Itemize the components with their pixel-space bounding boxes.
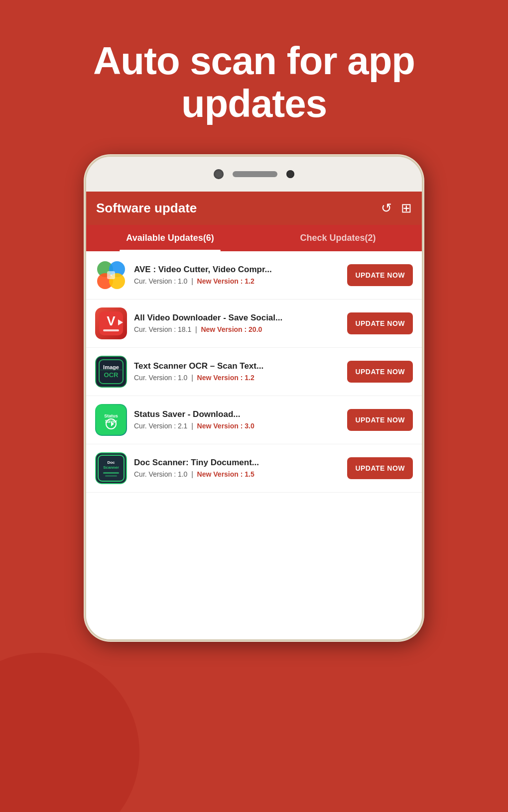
ocr-icon-inner: Image OCR [95, 356, 127, 388]
list-item: Doc Scanner Doc Scanner: Tiny Document..… [86, 444, 422, 493]
phone-mockup: Software update ↺ ⊞ Available Updates(6)… [0, 155, 508, 641]
list-item: Status Saver Status Saver - Download... … [86, 396, 422, 444]
svg-text:V: V [107, 313, 116, 328]
svg-rect-8 [103, 329, 119, 331]
header-icons: ↺ ⊞ [381, 201, 412, 216]
app-version: Cur. Version : 1.0 | New Version : 1.5 [134, 470, 340, 478]
app-icon-ave [95, 259, 127, 291]
svg-text:Status: Status [104, 413, 118, 418]
hero-title: Auto scan for app updates [30, 40, 478, 125]
ss-icon-inner: Status Saver [95, 404, 127, 436]
svg-text:Image: Image [103, 364, 119, 370]
list-item: Image OCR Text Scanner OCR – Scan Text..… [86, 348, 422, 396]
update-now-button[interactable]: UPDATE NOW [347, 312, 413, 334]
app-icon-vd: V [95, 307, 127, 339]
app-name: Doc Scanner: Tiny Document... [134, 458, 340, 468]
app-info-doc: Doc Scanner: Tiny Document... Cur. Versi… [134, 458, 340, 478]
app-info-ave: AVE : Video Cutter, Video Compr... Cur. … [134, 265, 340, 285]
list-item: AVE : Video Cutter, Video Compr... Cur. … [86, 251, 422, 300]
phone-top-bar [86, 157, 422, 192]
svg-rect-25 [105, 475, 117, 477]
app-info-ss: Status Saver - Download... Cur. Version … [134, 409, 340, 430]
proximity-sensor [286, 170, 294, 178]
background-decoration [0, 653, 139, 812]
app-name: AVE : Video Cutter, Video Compr... [134, 265, 340, 275]
app-info-vd: All Video Downloader - Save Social... Cu… [134, 313, 340, 333]
update-now-button[interactable]: UPDATE NOW [347, 361, 413, 383]
speaker [233, 171, 277, 177]
app-icon-ss: Status Saver [95, 404, 127, 436]
svg-rect-24 [103, 472, 119, 474]
svg-text:Scanner: Scanner [103, 465, 119, 470]
hero-section: Auto scan for app updates [0, 0, 508, 145]
refresh-icon[interactable]: ↺ [381, 201, 392, 216]
update-now-button[interactable]: UPDATE NOW [347, 457, 413, 479]
tabs-bar: Available Updates(6) Check Updates(2) [86, 225, 422, 251]
vd-icon-inner: V [95, 307, 127, 339]
volume-down-button [422, 286, 423, 316]
volume-up-button [422, 246, 423, 276]
app-version: Cur. Version : 1.0 | New Version : 1.2 [134, 277, 340, 285]
doc-icon-inner: Doc Scanner [95, 452, 127, 484]
app-list: AVE : Video Cutter, Video Compr... Cur. … [86, 251, 422, 493]
phone-screen: Software update ↺ ⊞ Available Updates(6)… [86, 192, 422, 639]
app-icon-doc: Doc Scanner [95, 452, 127, 484]
app-version: Cur. Version : 1.0 | New Version : 1.2 [134, 374, 340, 382]
svg-rect-5 [107, 271, 115, 279]
update-now-button[interactable]: UPDATE NOW [347, 409, 413, 431]
svg-text:Doc: Doc [107, 460, 115, 465]
app-name: Status Saver - Download... [134, 409, 340, 419]
power-button [85, 256, 86, 296]
grid-icon[interactable]: ⊞ [401, 201, 412, 216]
app-icon-ocr: Image OCR [95, 356, 127, 388]
app-name: Text Scanner OCR – Scan Text... [134, 361, 340, 371]
phone-frame: Software update ↺ ⊞ Available Updates(6)… [85, 155, 423, 641]
svg-rect-13 [100, 370, 122, 370]
app-version: Cur. Version : 2.1 | New Version : 3.0 [134, 422, 340, 430]
app-version: Cur. Version : 18.1 | New Version : 20.0 [134, 325, 340, 333]
app-header-title: Software update [96, 201, 197, 216]
svg-text:OCR: OCR [104, 371, 119, 378]
front-camera [214, 169, 224, 179]
tab-available-updates[interactable]: Available Updates(6) [86, 225, 254, 251]
tab-check-updates[interactable]: Check Updates(2) [254, 225, 422, 251]
app-header: Software update ↺ ⊞ [86, 192, 422, 225]
app-info-ocr: Text Scanner OCR – Scan Text... Cur. Ver… [134, 361, 340, 382]
update-now-button[interactable]: UPDATE NOW [347, 264, 413, 286]
list-item: V All Video Downloader - Save Social... … [86, 300, 422, 348]
app-name: All Video Downloader - Save Social... [134, 313, 340, 323]
